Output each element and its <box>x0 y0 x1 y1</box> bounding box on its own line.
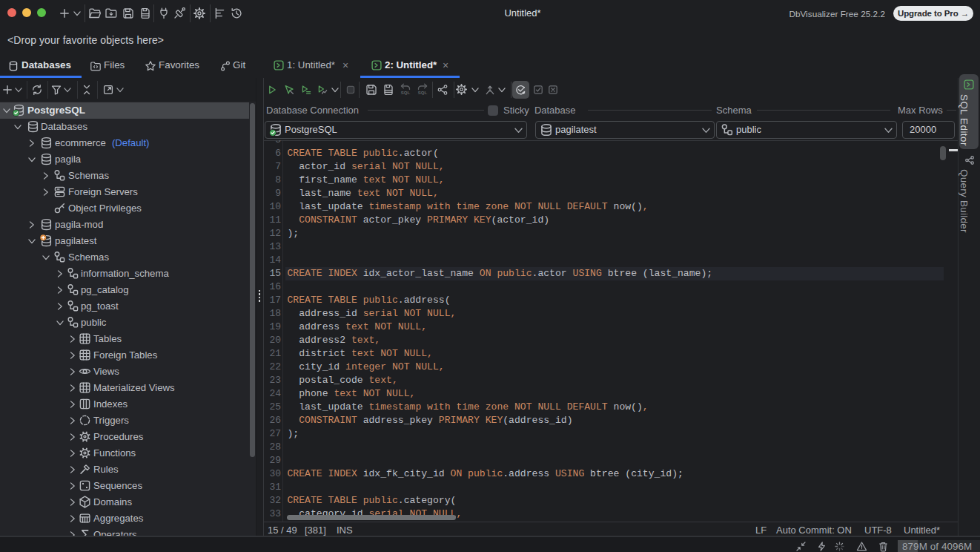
svg-text:SQL: SQL <box>418 91 428 95</box>
svg-text:SQL: SQL <box>401 91 411 95</box>
